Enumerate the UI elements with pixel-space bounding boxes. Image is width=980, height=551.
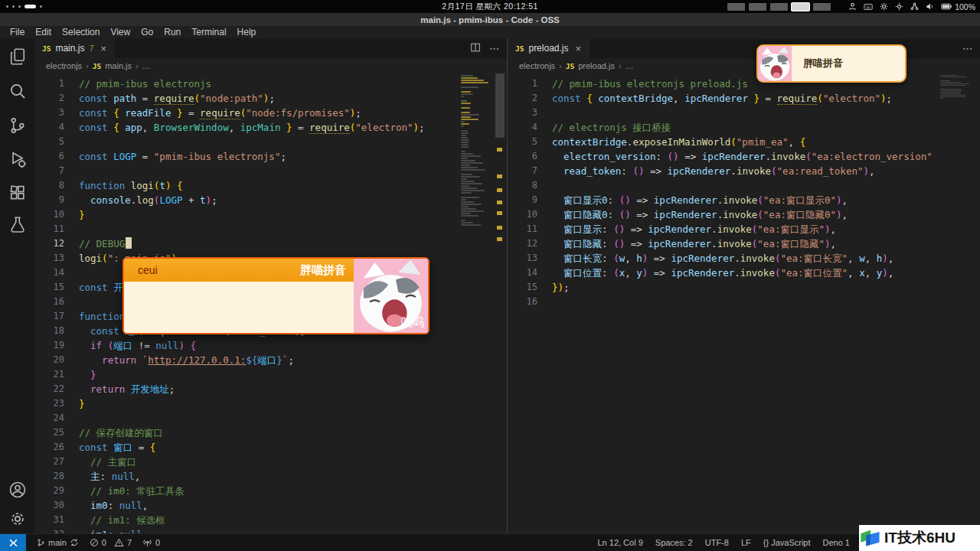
tab-problem-badge: 7 bbox=[89, 44, 93, 53]
workspace-3[interactable] bbox=[770, 3, 788, 11]
menu-file[interactable]: File bbox=[5, 27, 30, 37]
workspace-2[interactable] bbox=[749, 3, 766, 11]
tab-bar-left: JS main.js 7 × ⋯ bbox=[34, 38, 507, 58]
error-icon bbox=[90, 538, 99, 547]
watermark-text: IT技术6HU bbox=[884, 528, 956, 548]
more-actions-icon[interactable]: ⋯ bbox=[962, 43, 972, 54]
clock[interactable]: 2月17日 星期六 20:12:51 bbox=[442, 0, 538, 13]
keyboard-icon[interactable] bbox=[864, 3, 873, 11]
search-icon[interactable] bbox=[8, 82, 27, 100]
menu-run[interactable]: Run bbox=[158, 27, 186, 37]
menu-help[interactable]: Help bbox=[232, 27, 262, 37]
breadcrumb[interactable]: electronjs › JS preload.js › … bbox=[508, 58, 980, 73]
tab-main-js[interactable]: JS main.js 7 × bbox=[34, 38, 115, 58]
scrollbar-thumb[interactable] bbox=[495, 73, 505, 138]
testing-icon[interactable] bbox=[8, 216, 27, 234]
explorer-icon[interactable] bbox=[8, 47, 27, 66]
menu-go[interactable]: Go bbox=[136, 27, 158, 37]
more-actions-icon[interactable]: ⋯ bbox=[489, 43, 499, 54]
line-text: 主: null, bbox=[64, 469, 140, 484]
runtime-version[interactable]: Deno 1 bbox=[823, 538, 850, 547]
minimap[interactable] bbox=[461, 75, 490, 227]
line-number: 16 bbox=[34, 295, 64, 309]
code-line: 5contextBridge.exposeInMainWorld("pmim_e… bbox=[508, 135, 931, 149]
line-text: if (端口 != null) { bbox=[64, 338, 196, 353]
menu-view[interactable]: View bbox=[105, 27, 136, 37]
brightness-icon[interactable] bbox=[880, 2, 888, 11]
workspace-5[interactable] bbox=[813, 3, 831, 11]
breadcrumb-tail[interactable]: … bbox=[626, 61, 634, 70]
git-branch-icon bbox=[37, 538, 45, 547]
minimap-line bbox=[461, 126, 464, 127]
language-mode[interactable]: {} JavaScript bbox=[763, 538, 811, 547]
overview-ruler-mark bbox=[497, 201, 502, 204]
code-line: 10 窗口隐藏0: () => ipcRenderer.invoke("ea:窗… bbox=[508, 207, 931, 222]
eol[interactable]: LF bbox=[741, 538, 751, 547]
workspace-dots[interactable] bbox=[6, 0, 42, 13]
code-line: 3 bbox=[508, 106, 931, 120]
indentation[interactable]: Spaces: 2 bbox=[655, 538, 693, 547]
window-title-bar[interactable]: main.js - pmim-ibus - Code - OSS bbox=[0, 13, 980, 26]
breadcrumb[interactable]: electronjs › JS main.js › … bbox=[34, 58, 507, 73]
code-area[interactable]: 1// pmim-ibus electronjs preload.js2cons… bbox=[508, 73, 931, 534]
broadcast-icon bbox=[142, 538, 152, 547]
night-light-icon[interactable] bbox=[895, 2, 903, 11]
extensions-icon[interactable] bbox=[8, 184, 27, 202]
minimap-line bbox=[461, 187, 477, 189]
minimap-line bbox=[461, 201, 474, 203]
code-line: 4// electronjs 接口桥接 bbox=[508, 120, 931, 135]
close-icon[interactable]: × bbox=[101, 43, 107, 54]
code-line: 2const path = require("node:path"); bbox=[34, 91, 458, 106]
ime-toolbar-window[interactable]: 胖喵拼音 bbox=[756, 44, 906, 83]
ports-status[interactable]: 0 bbox=[142, 538, 160, 547]
minimap-line bbox=[461, 96, 464, 97]
menu-selection[interactable]: Selection bbox=[57, 27, 105, 37]
code-line: 7 read_token: () => ipcRenderer.invoke("… bbox=[508, 164, 931, 178]
user-icon[interactable] bbox=[848, 2, 857, 11]
code-line: 29 // im0: 常驻工具条 bbox=[34, 484, 458, 498]
chevron-right-icon: › bbox=[86, 61, 89, 70]
line-text: 窗口隐藏: () => ipcRenderer.invoke("ea:窗口隐藏"… bbox=[537, 236, 836, 251]
encoding[interactable]: UTF-8 bbox=[705, 538, 729, 547]
editor-preload-js[interactable]: 1// pmim-ibus electronjs preload.js2cons… bbox=[508, 73, 980, 534]
run-debug-icon[interactable] bbox=[8, 150, 27, 168]
network-icon[interactable] bbox=[910, 2, 919, 11]
ime-candidate-main: ceui 胖喵拼音 bbox=[124, 259, 354, 333]
minimap-line bbox=[461, 103, 471, 104]
line-text bbox=[537, 295, 552, 309]
breadcrumb-tail[interactable]: … bbox=[142, 61, 151, 70]
accounts-icon[interactable] bbox=[8, 481, 27, 499]
code-line: 11 bbox=[34, 222, 458, 236]
problems-status[interactable]: 0 7 bbox=[90, 538, 132, 547]
close-icon[interactable]: × bbox=[575, 43, 581, 54]
split-editor-icon[interactable] bbox=[470, 42, 481, 55]
remote-indicator[interactable] bbox=[0, 534, 26, 551]
settings-gear-icon[interactable] bbox=[8, 510, 27, 528]
breadcrumb-file[interactable]: preload.js bbox=[578, 61, 615, 70]
tab-preload-js[interactable]: JS preload.js × bbox=[508, 38, 590, 58]
editor-actions-right: ⋯ bbox=[962, 38, 972, 58]
breadcrumb-folder[interactable]: electronjs bbox=[519, 61, 555, 70]
dot-icon bbox=[6, 5, 8, 8]
menu-terminal[interactable]: Terminal bbox=[186, 27, 231, 37]
minimap[interactable] bbox=[940, 75, 966, 102]
cursor-position[interactable]: Ln 12, Col 9 bbox=[597, 538, 642, 547]
ime-candidate-list[interactable] bbox=[124, 282, 354, 333]
workspace-switcher[interactable] bbox=[727, 3, 831, 11]
source-control-icon[interactable] bbox=[8, 116, 27, 135]
minimap-line bbox=[461, 155, 481, 157]
volume-icon[interactable] bbox=[926, 2, 934, 11]
menu-edit[interactable]: Edit bbox=[30, 27, 57, 37]
breadcrumb-folder[interactable]: electronjs bbox=[46, 61, 82, 70]
workspace-1[interactable] bbox=[727, 3, 745, 11]
breadcrumb-file[interactable]: main.js bbox=[105, 61, 132, 70]
workspace-4[interactable] bbox=[792, 3, 809, 11]
battery-icon[interactable]: 100% bbox=[941, 2, 975, 11]
code-line: 9 窗口显示0: () => ipcRenderer.invoke("ea:窗口… bbox=[508, 193, 931, 207]
minimap-line bbox=[461, 183, 482, 184]
ime-candidate-window[interactable]: ceui 胖喵拼音 喵呜 bbox=[122, 257, 430, 334]
line-number: 10 bbox=[508, 207, 537, 222]
js-file-icon: JS bbox=[566, 62, 574, 70]
branch-status[interactable]: main bbox=[37, 538, 79, 547]
scrollbar[interactable] bbox=[495, 73, 505, 534]
